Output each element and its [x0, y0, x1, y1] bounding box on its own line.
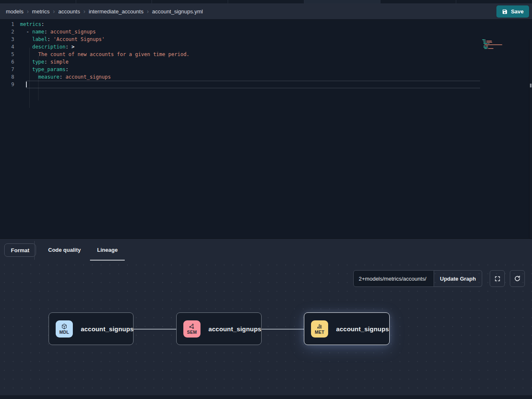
current-line-highlight — [26, 81, 480, 88]
breadcrumb: models›metrics›accounts›intermediate_acc… — [6, 8, 203, 15]
code-line: 6 type: simple — [0, 58, 532, 66]
model-badge: MDL — [56, 320, 73, 338]
breadcrumb-item[interactable]: accounts — [58, 8, 80, 15]
fullscreen-button[interactable] — [490, 270, 505, 287]
badge-label: SEM — [187, 330, 197, 335]
code-line: 4 description: > — [0, 43, 532, 51]
code-line: 2 - name: account_signups — [0, 28, 532, 36]
minimap[interactable] — [482, 39, 507, 51]
indent-guide — [38, 55, 39, 100]
refresh-button[interactable] — [510, 270, 525, 287]
code-line: 7 type_params: — [0, 66, 532, 73]
lineage-node-model[interactable]: MDL account_signups — [49, 312, 134, 345]
badge-label: MET — [315, 330, 324, 335]
metric-badge: MET — [311, 320, 328, 338]
panel-tabs-row: Format Code qualityLineage — [0, 239, 532, 261]
code-line: 8 measure: account_signups — [0, 73, 532, 81]
model-selector-group: Update Graph — [353, 270, 482, 287]
ide-window: models›metrics›accounts›intermediate_acc… — [0, 0, 532, 399]
editor-tab[interactable] — [304, 0, 380, 3]
editor-tab[interactable] — [152, 0, 228, 3]
line-number: 5 — [0, 51, 20, 58]
code-line: 9 — [0, 81, 532, 88]
text-cursor — [26, 82, 27, 87]
panel-tab-lineage[interactable]: Lineage — [90, 239, 125, 261]
model-selector-input[interactable] — [353, 270, 434, 287]
editor-scrollbar[interactable] — [529, 39, 532, 258]
fullscreen-icon — [494, 276, 501, 282]
chevron-right-icon: › — [53, 8, 55, 15]
breadcrumb-item[interactable]: account_signups.yml — [152, 8, 203, 15]
line-number: 1 — [0, 20, 20, 28]
line-number: 3 — [0, 36, 20, 43]
bottom-panel: Format Code qualityLineage Update Graph — [0, 238, 532, 399]
line-number: 2 — [0, 28, 20, 36]
semantic-model-badge: SEM — [183, 320, 200, 338]
lineage-node-semantic-model[interactable]: SEM account_signups — [176, 312, 262, 345]
code-line: 3 label: 'Account Signups' — [0, 36, 532, 43]
chevron-right-icon: › — [83, 8, 85, 15]
editor-tab[interactable] — [380, 0, 457, 3]
save-button[interactable]: Save — [496, 5, 529, 18]
chevron-right-icon: › — [27, 8, 29, 15]
code-text: description: > — [20, 43, 75, 51]
node-label: account_signups — [81, 325, 134, 332]
bar-chart-icon — [316, 323, 323, 330]
code-text: type_params: — [20, 66, 69, 73]
lineage-edge — [134, 329, 176, 330]
editor-tab[interactable] — [0, 0, 76, 3]
indent-guide — [29, 48, 30, 108]
editor-tab-strip — [0, 0, 532, 3]
code-text: metrics: — [20, 20, 44, 28]
badge-label: MDL — [59, 330, 69, 335]
node-label: account_signups — [208, 325, 261, 332]
code-text: type: simple — [20, 58, 69, 66]
minimap-line — [482, 49, 507, 50]
lineage-edge — [262, 329, 304, 330]
breadcrumb-bar: models›metrics›accounts›intermediate_acc… — [0, 3, 532, 20]
code-line: 5 The count of new accounts for a given … — [0, 51, 532, 58]
refresh-icon — [514, 275, 521, 282]
lineage-graph-canvas[interactable]: Update Graph — [0, 261, 532, 395]
code-editor[interactable]: 1metrics:2 - name: account_signups3 labe… — [0, 20, 532, 238]
code-text: measure: account_signups — [20, 73, 111, 81]
minimap-line — [482, 47, 507, 48]
minimap-line — [482, 39, 507, 40]
editor-tab[interactable] — [76, 0, 152, 3]
line-number: 6 — [0, 58, 20, 66]
code-text: - name: account_signups — [20, 28, 96, 36]
line-number: 8 — [0, 73, 20, 81]
scrollbar-thumb[interactable] — [530, 84, 532, 87]
breadcrumb-item[interactable]: intermediate_accounts — [89, 8, 144, 15]
format-button[interactable]: Format — [4, 243, 36, 257]
minimap-line — [482, 41, 507, 41]
minimap-line — [482, 48, 507, 49]
panel-tab-code-quality[interactable]: Code quality — [41, 239, 88, 261]
line-number: 7 — [0, 66, 20, 73]
cube-icon — [61, 323, 67, 330]
code-line: 1metrics: — [0, 20, 532, 28]
breadcrumb-item[interactable]: metrics — [32, 8, 50, 15]
line-number: 9 — [0, 81, 20, 88]
code-text: label: 'Account Signups' — [20, 36, 105, 43]
lineage-node-metric[interactable]: MET account_signups — [304, 312, 390, 345]
network-triangle-icon — [189, 323, 195, 330]
minimap-line — [482, 46, 507, 46]
node-label: account_signups — [336, 325, 389, 332]
update-graph-button[interactable]: Update Graph — [434, 270, 482, 287]
line-number: 4 — [0, 43, 20, 51]
save-icon — [502, 9, 508, 15]
minimap-line — [482, 42, 507, 43]
code-text: The count of new accounts for a given ti… — [20, 51, 190, 58]
save-button-label: Save — [511, 8, 524, 15]
chevron-right-icon: › — [147, 8, 149, 15]
minimap-line — [482, 44, 507, 45]
editor-tab[interactable] — [456, 0, 532, 3]
tabs-divider — [34, 241, 35, 260]
breadcrumb-item[interactable]: models — [6, 8, 23, 15]
editor-tab[interactable] — [228, 0, 304, 3]
panel-bottom-strip — [0, 395, 532, 399]
minimap-line — [482, 43, 507, 44]
